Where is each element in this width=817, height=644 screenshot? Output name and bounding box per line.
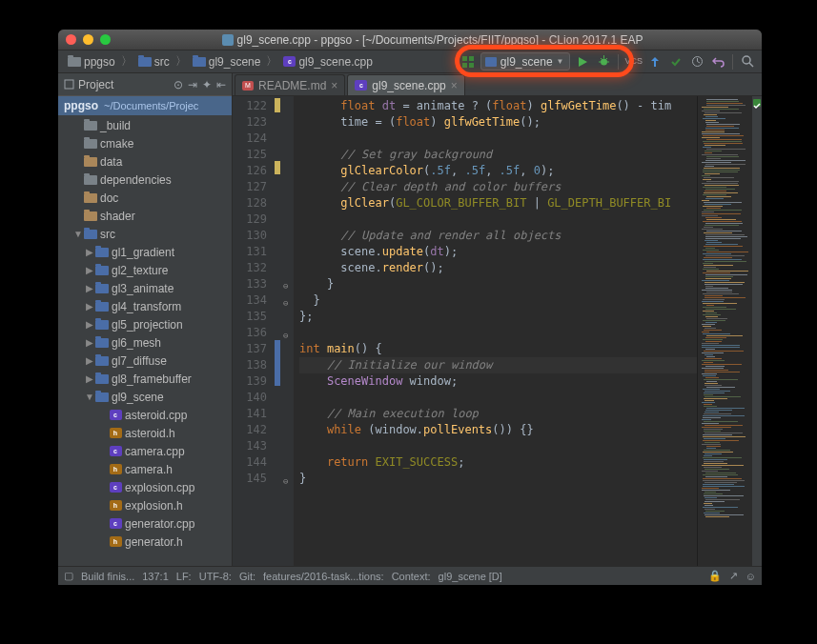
project-root-name: ppgso [64, 99, 98, 112]
collapse-all-icon[interactable]: ⇥ [188, 78, 197, 91]
minimap[interactable] [697, 96, 752, 566]
code-area[interactable]: float dt = animate ? (float) glfwGetTime… [294, 96, 697, 566]
breadcrumb-item[interactable]: ppgso [64, 53, 119, 70]
context-label: Context: [392, 571, 431, 582]
tree-node[interactable]: hexplosion.h [58, 496, 232, 514]
tree-node[interactable]: hgenerator.h [58, 533, 232, 551]
window-controls [66, 34, 111, 45]
svg-rect-0 [462, 56, 467, 61]
svg-rect-3 [469, 63, 474, 68]
chevron-right-icon: 〉 [266, 53, 277, 70]
gear-icon[interactable]: ✦ [202, 78, 212, 91]
tree-node[interactable]: hasteroid.h [58, 424, 232, 442]
line-gutter[interactable]: 1221231241251261271281291301311321331341… [233, 96, 275, 566]
vcs-update-button[interactable] [646, 53, 664, 70]
project-root[interactable]: ppgso ~/Documents/Projec [58, 96, 232, 115]
toolwindow-toggle-icon[interactable]: ▢ [64, 570, 73, 582]
tree-node[interactable]: ▶gl4_transform [58, 297, 232, 315]
close-tab-icon[interactable]: × [331, 79, 337, 92]
hide-icon[interactable]: ⇤ [216, 78, 226, 91]
tree-node[interactable]: data [58, 152, 232, 171]
caret-position[interactable]: 137:1 [142, 571, 169, 582]
svg-rect-1 [462, 63, 467, 68]
breadcrumb: ppgso〉src〉gl9_scene〉cgl9_scene.cpp [64, 53, 377, 70]
tree-node[interactable]: hcamera.h [58, 460, 232, 478]
tree-node[interactable]: ▶gl1_gradient [58, 243, 232, 261]
svg-line-13 [749, 63, 753, 67]
line-separator[interactable]: LF: [176, 571, 192, 582]
project-panel-title: Project [78, 78, 113, 91]
editor-area: MREADME.md×cgl9_scene.cpp× 1221231241251… [233, 73, 762, 566]
search-button[interactable] [739, 53, 756, 70]
status-bar: ▢ Build finis... 137:1 LF: UTF-8: Git: f… [58, 566, 762, 585]
window-title: gl9_scene.cpp - ppgso - [~/Documents/Pro… [237, 33, 643, 47]
lock-icon[interactable]: 🔒 [708, 570, 722, 582]
vcs-history-button[interactable] [688, 53, 705, 70]
tree-node[interactable]: ▶gl5_projection [58, 315, 232, 333]
tree-node[interactable]: ▶gl2_texture [58, 261, 232, 279]
tree-node[interactable]: ▼src [58, 225, 232, 243]
undo-button[interactable] [709, 53, 726, 70]
run-button[interactable] [574, 53, 591, 70]
project-tree[interactable]: _buildcmakedatadependenciesdocshader▼src… [58, 115, 232, 566]
inspection-ok-icon [753, 99, 761, 107]
tree-node[interactable]: doc [58, 189, 232, 207]
svg-rect-14 [65, 80, 73, 89]
editor-tab[interactable]: MREADME.md× [235, 74, 345, 95]
titlebar: gl9_scene.cpp - ppgso - [~/Documents/Pro… [58, 30, 762, 50]
separator [732, 54, 733, 70]
close-tab-icon[interactable]: × [451, 79, 458, 92]
scroll-from-source-icon[interactable]: ⊙ [174, 78, 183, 91]
tree-node[interactable]: ▶gl3_animate [58, 279, 232, 297]
tree-node[interactable]: ▶gl6_mesh [58, 333, 232, 352]
chevron-right-icon: 〉 [175, 53, 187, 70]
tree-node[interactable]: ccamera.cpp [58, 442, 232, 460]
svg-point-12 [743, 56, 750, 64]
tree-node[interactable]: dependencies [58, 171, 232, 189]
encoding[interactable]: UTF-8: [199, 571, 232, 582]
vcs-commit-button[interactable] [667, 53, 684, 70]
breadcrumb-item[interactable]: gl9_scene [189, 53, 265, 70]
tree-node[interactable]: ▶gl8_framebuffer [58, 370, 232, 388]
svg-line-9 [601, 58, 603, 60]
project-panel-header[interactable]: Project ⊙ ⇥ ✦ ⇤ [58, 73, 232, 96]
tree-node[interactable]: ▶gl7_diffuse [58, 352, 232, 370]
status-message: Build finis... [81, 571, 134, 582]
tree-node[interactable]: casteroid.cpp [58, 406, 232, 424]
svg-rect-2 [469, 56, 474, 61]
goto-icon[interactable]: ↗ [729, 570, 738, 582]
zoom-window-button[interactable] [100, 34, 111, 45]
main-area: Project ⊙ ⇥ ✦ ⇤ ppgso ~/Documents/Projec… [58, 73, 762, 566]
debug-button[interactable] [595, 53, 612, 70]
project-root-path: ~/Documents/Projec [104, 100, 198, 111]
tree-node[interactable]: cgenerator.cpp [58, 514, 232, 533]
ide-window: gl9_scene.cpp - ppgso - [~/Documents/Pro… [58, 30, 762, 585]
breadcrumb-item[interactable]: cgl9_scene.cpp [279, 53, 376, 70]
toolbar: ppgso〉src〉gl9_scene〉cgl9_scene.cpp gl9_s… [58, 50, 762, 73]
breadcrumb-item[interactable]: src [134, 53, 174, 70]
file-icon [222, 34, 234, 46]
git-branch[interactable]: features/2016-task...tions: [263, 571, 384, 582]
run-config-selector[interactable]: gl9_scene ▼ [480, 52, 571, 70]
error-stripe[interactable] [752, 96, 762, 566]
close-window-button[interactable] [66, 34, 76, 45]
tree-node[interactable]: _build [58, 116, 232, 134]
minimize-window-button[interactable] [83, 34, 93, 45]
project-icon [64, 79, 74, 90]
tree-node[interactable]: ▼gl9_scene [58, 388, 232, 406]
editor-tab[interactable]: cgl9_scene.cpp× [347, 74, 464, 95]
svg-line-10 [605, 58, 607, 60]
fold-column[interactable]: ⊖ ⊖ ⊖ ⊖ [280, 96, 294, 566]
tree-node[interactable]: cmake [58, 134, 232, 152]
editor-body: 1221231241251261271281291301311321331341… [233, 96, 762, 566]
tree-node[interactable]: shader [58, 207, 232, 225]
git-label: Git: [239, 571, 255, 582]
editor-tabs: MREADME.md×cgl9_scene.cpp× [233, 73, 762, 96]
tree-node[interactable]: cexplosion.cpp [58, 478, 232, 496]
build-icon[interactable] [460, 53, 477, 70]
ide-man-icon[interactable]: ☺ [746, 571, 756, 582]
separator [618, 54, 619, 70]
chevron-down-icon: ▼ [557, 57, 564, 66]
vcs-label: VCS [624, 57, 643, 66]
context-value[interactable]: gl9_scene [D] [439, 571, 502, 582]
